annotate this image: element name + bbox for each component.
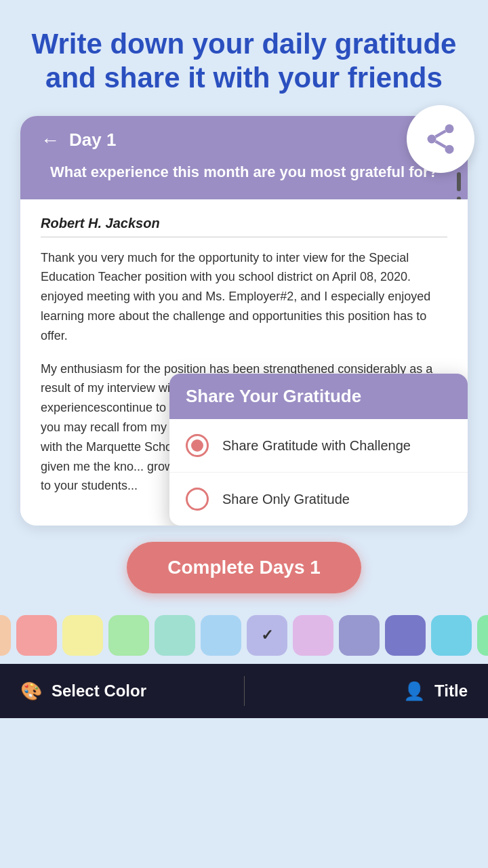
share-overlay: Share Your Gratitude Share Gratitude wit… (169, 374, 468, 526)
page-title: Write down your daily gratitude and shar… (20, 27, 468, 96)
color-swatch[interactable]: ✓ (247, 615, 287, 656)
svg-point-1 (428, 135, 436, 144)
share-option-label-2: Share Only Gratitude (222, 492, 350, 507)
scroll-dot (457, 172, 461, 191)
color-swatch[interactable] (385, 615, 426, 656)
radio-unselected[interactable] (186, 488, 209, 511)
title-icon: 👤 (403, 681, 425, 702)
author-name: Robert H. Jackson (41, 216, 447, 237)
card-body: Robert H. Jackson Thank you very much fo… (20, 199, 468, 526)
color-swatch[interactable] (431, 615, 472, 656)
color-swatch[interactable] (339, 615, 380, 656)
share-option-2[interactable]: Share Only Gratitude (169, 473, 468, 526)
svg-line-3 (436, 141, 446, 147)
color-swatch[interactable] (201, 615, 241, 656)
paragraph-1: Thank you very much for the opportunity … (41, 248, 447, 346)
back-button[interactable]: ← (41, 130, 60, 151)
card-header: ← Day 1 What experience this month are y… (20, 116, 468, 199)
svg-point-2 (445, 145, 454, 154)
complete-button-wrapper: Complete Days 1 (0, 526, 488, 607)
color-swatches-row: ✓ (0, 607, 488, 664)
bottom-bar: 🎨 Select Color 👤 Title (0, 664, 488, 718)
share-option-label-1: Share Gratitude with Challenge (222, 438, 411, 454)
color-swatch[interactable] (293, 615, 333, 656)
radio-inner (191, 439, 203, 452)
card-nav: ← Day 1 (41, 130, 447, 151)
select-color-button[interactable]: 🎨 Select Color (20, 681, 244, 702)
title-button[interactable]: 👤 Title (245, 681, 468, 702)
share-button[interactable] (407, 105, 474, 173)
color-swatch[interactable] (108, 615, 149, 656)
card-question: What experience this month are you most … (41, 162, 447, 183)
svg-point-0 (445, 124, 454, 133)
page-header: Write down your daily gratitude and shar… (0, 0, 488, 109)
gratitude-card: ← Day 1 What experience this month are y… (20, 116, 468, 526)
color-swatch[interactable] (155, 615, 195, 656)
complete-days-button[interactable]: Complete Days 1 (127, 542, 361, 593)
color-swatch[interactable] (62, 615, 103, 656)
day-label: Day 1 (69, 130, 116, 151)
palette-icon: 🎨 (20, 681, 42, 702)
title-label: Title (434, 682, 468, 701)
radio-selected[interactable] (186, 434, 209, 457)
select-color-label: Select Color (52, 682, 146, 701)
svg-line-4 (436, 131, 446, 137)
color-swatch[interactable] (477, 615, 488, 656)
share-overlay-title: Share Your Gratitude (169, 374, 468, 419)
share-option-1[interactable]: Share Gratitude with Challenge (169, 419, 468, 473)
color-swatch[interactable] (0, 615, 11, 656)
color-swatch[interactable] (16, 615, 57, 656)
